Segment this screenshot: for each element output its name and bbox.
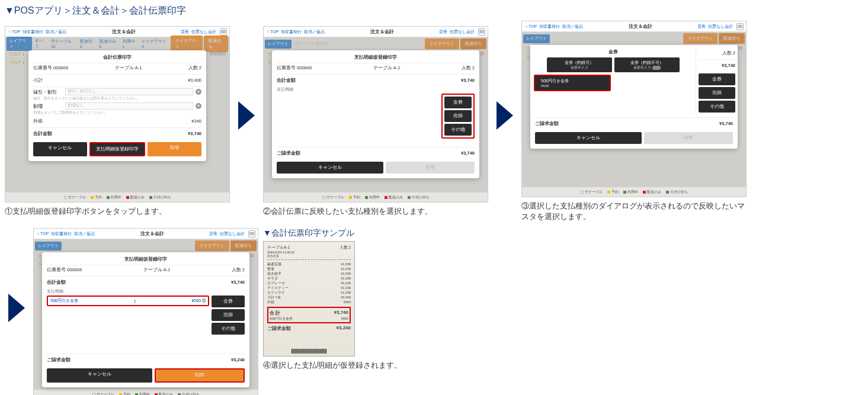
voucher-line: 500円引き金券 1 ¥500 ✕ xyxy=(47,296,209,306)
fee-input[interactable]: 割増なし xyxy=(65,102,193,110)
print-button-disabled: 印字 xyxy=(386,162,475,174)
tax-label: 外税 xyxy=(33,118,43,124)
pos-screenshot-4: ＜TOP 領収書発行 取消／返品 注文＆会計 店長 伝票なし会計 レイアウト テ… xyxy=(33,228,258,395)
sample-col: ▼会計伝票印字サンプル テーブルA-1 2024/10/24 11:30:23 … xyxy=(263,228,402,371)
fee-hint: 割増をタップして割増率を入力してください。 xyxy=(33,111,201,115)
dlg-title: 会計伝票印字 xyxy=(33,54,201,63)
step-3: ＜TOP 領収書発行 取消／返品 注文＆会計 店長 伝票なし会計 レイアウト テ… xyxy=(521,21,747,222)
credit-button[interactable]: 売掛 xyxy=(444,110,472,122)
print-button[interactable]: 印字 xyxy=(155,368,245,383)
fee-label: 割増 xyxy=(33,103,63,110)
arrow-icon xyxy=(238,101,255,130)
total-val: ¥3,740 xyxy=(188,131,201,137)
dialog-pay-detail-filled: 支払明細仮登録印字 伝票番号 000668テーブル A-1人数 2 合計金額¥3… xyxy=(42,252,249,387)
sample-title: ▼会計伝票印字サンプル xyxy=(263,228,354,239)
receipt-sample: テーブルA-1 2024/10/24 11:30:23 担当店長 人数 2 麻婆… xyxy=(263,241,355,357)
discount-input[interactable]: 値引・割引なし xyxy=(65,88,193,95)
clear-icon[interactable]: ✕ xyxy=(196,89,201,95)
voucher-button[interactable]: 金券 xyxy=(444,97,472,108)
voucher-change-ok[interactable]: 金券（釣銭可） 金額手入力 xyxy=(547,57,612,72)
arrow-icon xyxy=(8,294,25,322)
voucher-500yen[interactable]: 500円引き金券 ¥500 xyxy=(534,75,611,91)
persons: 人数 2 xyxy=(188,65,201,71)
print-button[interactable]: 印字 xyxy=(148,142,201,156)
voucher-change-ng[interactable]: 金券（釣銭不可） 金額手入力 xyxy=(614,57,680,72)
cancel-button[interactable]: キャンセル xyxy=(33,142,87,156)
caption-3: ③選択した支払種別のダイアログが表示されるので反映したいマスタを選択します。 xyxy=(521,201,747,222)
cancel-button[interactable]: キャンセル xyxy=(277,162,383,174)
page-title: ▼POSアプリ＞注文＆会計＞会計伝票印字 xyxy=(5,5,863,17)
shop-link[interactable]: 店長 xyxy=(181,29,189,35)
cancel-button[interactable]: キャンセル xyxy=(535,132,642,144)
pos-screenshot-1: ＜TOP 領収書発行 取消／返品 注文＆会計 店長 伝票なし会計 レイアウト す… xyxy=(5,26,230,203)
dialog-voucher: 金券 金券（釣銭可） 金額手入力 金券（釣銭不可） 金額手入力 xyxy=(530,45,738,149)
preregister-button[interactable]: 支払明細仮登録印字 xyxy=(89,142,146,156)
slip-no: 伝票番号 000668 xyxy=(33,65,68,71)
step-2: ＜TOP 領収書発行 取消／返品 注文＆会計 店長 伝票なし会計 レイアウト 空… xyxy=(263,26,488,217)
step-4: ＜TOP 領収書発行 取消／返品 注文＆会計 店長 伝票なし会計 レイアウト テ… xyxy=(33,228,258,395)
cancel-return-link[interactable]: 取消／返品 xyxy=(46,29,66,35)
caption-4: ④選択した支払明細が仮登録されます。 xyxy=(263,360,402,371)
credit-button[interactable]: 売掛 xyxy=(699,87,735,99)
pos-screenshot-2: ＜TOP 領収書発行 取消／返品 注文＆会計 店長 伝票なし会計 レイアウト 空… xyxy=(263,26,488,203)
menu-icon[interactable] xyxy=(248,230,255,237)
voucher-button[interactable]: 金券 xyxy=(212,296,245,307)
step-1: ＜TOP 領収書発行 取消／返品 注文＆会計 店長 伝票なし会計 レイアウト す… xyxy=(5,26,230,217)
menu-icon[interactable] xyxy=(220,28,227,36)
other-button[interactable]: その他 xyxy=(444,124,472,136)
discount-hint: 値引・割引をタップして値引額または割引率を入力してください。 xyxy=(33,97,201,101)
pos-screenshot-3: ＜TOP 領収書発行 取消／返品 注文＆会計 店長 伝票なし会計 レイアウト テ… xyxy=(521,21,747,197)
voucher-button[interactable]: 金券 xyxy=(699,73,735,85)
other-button[interactable]: その他 xyxy=(699,101,735,113)
receipt-link[interactable]: 領収書発行 xyxy=(23,29,43,35)
dialog-pay-detail: 支払明細仮登録印字 伝票番号 000668テーブル A-1人数 2 合計金額¥3… xyxy=(272,50,479,178)
arrow-icon xyxy=(497,101,513,130)
credit-button[interactable]: 売掛 xyxy=(212,309,245,321)
subtotal-val: ¥3,400 xyxy=(188,78,201,84)
caption-2: ②会計伝票に反映したい支払種別を選択します。 xyxy=(263,206,433,217)
top-link[interactable]: ＜TOP xyxy=(8,29,20,35)
other-button[interactable]: その他 xyxy=(212,323,245,335)
dialog-print: 会計伝票印字 伝票番号 000668テーブル A-1人数 2 小計¥3,400 … xyxy=(28,50,206,161)
menu-icon[interactable] xyxy=(736,23,744,30)
subtotal-label: 小計 xyxy=(33,78,43,84)
menu-icon[interactable] xyxy=(478,28,485,36)
clear-icon-2[interactable]: ✕ xyxy=(196,103,201,109)
total-label: 合計金額 xyxy=(33,131,52,137)
cancel-button[interactable]: キャンセル xyxy=(47,368,152,383)
noslip-link[interactable]: 伝票なし会計 xyxy=(191,29,216,35)
caption-1: ①支払明細仮登録印字ボタンをタップします。 xyxy=(5,206,166,217)
remove-icon[interactable]: ✕ xyxy=(202,298,206,303)
tax-val: ¥340 xyxy=(191,118,201,124)
header-title: 注文＆会計 xyxy=(69,28,178,35)
discount-label: 値引・割引 xyxy=(33,89,63,95)
print-button-disabled: 印字 xyxy=(644,132,733,144)
table-label: テーブル A-1 xyxy=(115,65,142,71)
